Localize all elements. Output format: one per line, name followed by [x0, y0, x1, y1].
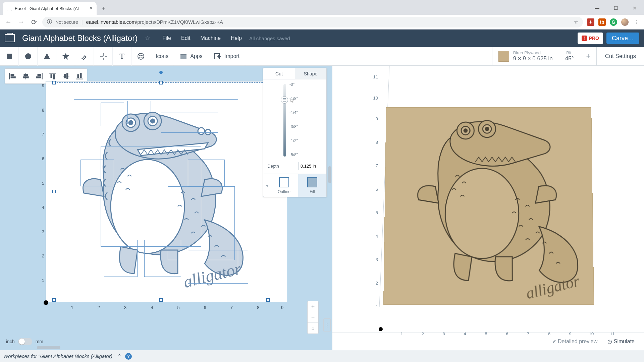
svg-point-43: [445, 168, 519, 258]
svg-rect-0: [7, 54, 12, 59]
preview-pane: 11 10 9 8 7 6 5 4 3 2 1 1 2 3 4 5 6 7 8 …: [332, 66, 644, 350]
browser-tab-strip: Easel - Giant Alphabet Blocks (Al × + — …: [0, 0, 644, 15]
back-icon[interactable]: ←: [4, 18, 13, 26]
help-icon[interactable]: ?: [125, 353, 132, 360]
zoom-out-icon[interactable]: −: [308, 312, 318, 323]
material-panel[interactable]: Birch Plywood9 × 9 × 0.625 in: [492, 47, 559, 66]
apps-button[interactable]: Apps: [174, 47, 208, 66]
cut-type-outline[interactable]: Outline: [270, 174, 298, 197]
new-tab-button[interactable]: +: [99, 3, 109, 13]
drill-tool-icon[interactable]: [94, 47, 113, 66]
pen-tool-icon[interactable]: [75, 47, 94, 66]
resize-handle[interactable]: [52, 298, 56, 302]
extension-icons: ✦ tb G ⋮: [587, 18, 640, 26]
omnibox[interactable]: ⓘ Not secure | easel.inventables.com/pro…: [42, 17, 583, 27]
favorite-star-icon[interactable]: ☆: [145, 35, 150, 42]
menu-help[interactable]: Help: [231, 35, 242, 41]
bit-panel[interactable]: Bit:45°: [559, 47, 580, 66]
svg-rect-18: [25, 73, 26, 79]
depth-slider-thumb[interactable]: [281, 96, 288, 104]
simulate-button[interactable]: ◷ Simulate: [607, 338, 635, 345]
detailed-preview-toggle[interactable]: ✔ Detailed preview: [552, 338, 598, 345]
bookmark-star-icon[interactable]: ☆: [574, 19, 578, 25]
star-tool-icon[interactable]: [56, 47, 75, 66]
cut-settings-button[interactable]: Cut Settings: [596, 47, 644, 66]
svg-rect-17: [11, 76, 16, 78]
resize-handle[interactable]: [52, 81, 56, 84]
forward-icon[interactable]: →: [17, 18, 25, 26]
unit-switch[interactable]: [18, 338, 32, 345]
svg-point-4: [103, 56, 104, 57]
resize-handle[interactable]: [159, 81, 163, 84]
maximize-icon[interactable]: ☐: [606, 1, 625, 15]
zoom-in-icon[interactable]: +: [308, 301, 318, 312]
profile-avatar[interactable]: [621, 18, 629, 26]
align-center-v-icon[interactable]: [60, 70, 72, 82]
minimize-icon[interactable]: —: [588, 1, 606, 15]
preview-workpiece[interactable]: alligator: [383, 107, 594, 305]
depth-input[interactable]: [298, 162, 322, 170]
add-bit-button[interactable]: +: [580, 47, 597, 66]
circle-tool-icon[interactable]: [19, 47, 38, 66]
tb-extension-icon[interactable]: tb: [598, 18, 606, 26]
unit-toggle[interactable]: inch mm: [6, 338, 43, 345]
align-right-icon[interactable]: [33, 70, 45, 82]
rotate-handle[interactable]: [159, 71, 163, 74]
menu-edit[interactable]: Edit: [181, 35, 191, 41]
align-bottom-icon[interactable]: [73, 70, 86, 82]
zoom-home-icon[interactable]: ⌂: [308, 323, 318, 334]
icons-button[interactable]: Icons: [150, 47, 174, 66]
resize-handle[interactable]: [159, 298, 163, 302]
material-dims: 9 × 9 × 0.625 in: [513, 55, 553, 62]
menu-file[interactable]: File: [162, 35, 171, 41]
security-label: Not secure: [55, 19, 78, 25]
easel-logo-icon[interactable]: [5, 34, 15, 42]
pro-button[interactable]: !PRO: [578, 33, 603, 44]
reload-icon[interactable]: ⟳: [30, 18, 38, 26]
canvas-menu-icon[interactable]: ⋮: [323, 318, 331, 332]
menu-machine[interactable]: Machine: [201, 35, 221, 41]
browser-menu-icon[interactable]: ⋮: [633, 18, 640, 26]
svg-rect-19: [24, 74, 28, 76]
resize-handle[interactable]: [266, 298, 270, 302]
carve-button[interactable]: Carve…: [606, 33, 639, 44]
depth-slider[interactable]: -0" -1/8" -1/4" -3/8" -1/2" -5/8" ☟: [263, 79, 326, 160]
close-tab-icon[interactable]: ×: [90, 5, 93, 11]
tab-shape[interactable]: Shape: [295, 68, 326, 79]
ruler-x: 1 2 3 4 5 6 7 8 9: [46, 304, 287, 312]
workpieces-bar[interactable]: Workpieces for "Giant Alphabet Blocks (A…: [0, 350, 644, 362]
selection-bounds[interactable]: [54, 82, 268, 300]
svg-rect-12: [180, 55, 186, 59]
text-tool-icon[interactable]: T: [113, 47, 131, 66]
plus-icon: +: [586, 52, 591, 61]
grammarly-extension-icon[interactable]: G: [610, 18, 617, 26]
chevron-up-icon[interactable]: ⌃: [117, 353, 122, 359]
triangle-tool-icon[interactable]: [38, 47, 56, 66]
import-button[interactable]: Import: [208, 47, 245, 66]
preview-footer: ✔ Detailed preview ◷ Simulate: [332, 333, 644, 350]
cut-type-fill[interactable]: Fill: [298, 174, 326, 197]
align-top-icon[interactable]: [47, 70, 59, 82]
svg-rect-16: [11, 74, 14, 76]
svg-rect-25: [51, 74, 52, 78]
align-left-icon[interactable]: [6, 70, 18, 82]
window-controls: — ☐ ✕: [588, 1, 644, 15]
canvas-hscrollbar[interactable]: [37, 346, 60, 349]
svg-rect-26: [53, 74, 55, 79]
pdf-extension-icon[interactable]: ✦: [587, 18, 594, 26]
svg-point-46: [464, 129, 467, 132]
close-window-icon[interactable]: ✕: [625, 1, 644, 15]
tab-cut[interactable]: Cut: [263, 68, 295, 79]
resize-handle[interactable]: [52, 190, 56, 193]
url-host: easel.inventables.com: [86, 19, 136, 25]
ruler-y: 9 8 7 6 5 4 3 2 1: [38, 81, 46, 302]
cut-type-prev-icon[interactable]: ◂: [263, 174, 270, 197]
project-title[interactable]: Giant Alphabet Blocks (Alligator): [22, 34, 138, 43]
canvas-vscrollbar[interactable]: [328, 166, 331, 183]
svg-rect-23: [36, 76, 41, 78]
emoji-tool-icon[interactable]: [131, 47, 150, 66]
svg-rect-15: [9, 73, 10, 79]
align-center-h-icon[interactable]: [20, 70, 32, 82]
rectangle-tool-icon[interactable]: [0, 47, 19, 66]
browser-tab[interactable]: Easel - Giant Alphabet Blocks (Al ×: [3, 2, 97, 15]
